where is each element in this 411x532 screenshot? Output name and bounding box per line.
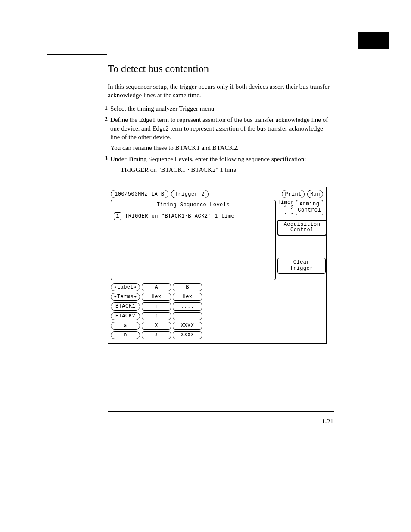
step-text: Define the Edge1 term to represent asser…: [110, 115, 334, 142]
tsl-step-number[interactable]: 1: [114, 212, 121, 220]
term-name[interactable]: BTACK1: [111, 302, 140, 310]
term-val-b[interactable]: XXXX: [173, 331, 202, 339]
step-note: You can rename these to BTACK1 and BTACK…: [110, 143, 334, 152]
run-button[interactable]: Run: [307, 190, 323, 198]
rule-long: [108, 54, 334, 54]
page-tab: [358, 32, 389, 49]
col-a-header[interactable]: A: [142, 283, 171, 291]
term-val-a[interactable]: X: [142, 331, 171, 339]
print-button[interactable]: Print: [282, 190, 305, 198]
tsl-title: Timing Sequence Levels: [114, 202, 273, 208]
machine-button[interactable]: 100/500MHz LA B: [111, 190, 168, 198]
term-val-a[interactable]: ↑: [142, 312, 171, 320]
step-number: 3: [99, 155, 110, 163]
logic-analyzer-screenshot: 100/500MHz LA B Trigger 2 Print Run Timi…: [108, 187, 327, 344]
page-content: To detect bus contention In this sequenc…: [108, 60, 334, 344]
term-name[interactable]: a: [111, 322, 140, 330]
format-b[interactable]: Hex: [173, 293, 202, 301]
step-text: Under Timing Sequence Levels, enter the …: [110, 155, 334, 163]
trigger-menu-button[interactable]: Trigger 2: [171, 190, 209, 198]
footer-rule: [108, 411, 334, 412]
term-name[interactable]: b: [111, 331, 140, 339]
term-val-b[interactable]: XXXX: [173, 322, 202, 330]
col-b-header[interactable]: B: [173, 283, 202, 291]
step-1: 1 Select the timing analyzer Trigger men…: [99, 104, 334, 113]
terms-header[interactable]: ✦Terms✦: [111, 293, 140, 301]
label-header[interactable]: ✦Label✦: [111, 283, 140, 291]
clear-trigger-button[interactable]: Clear Trigger: [277, 258, 326, 274]
step-number: 2: [99, 115, 110, 152]
arming-control-button[interactable]: Arming Control: [296, 200, 323, 215]
acquisition-control-button[interactable]: Acquisition Control: [277, 220, 327, 236]
term-val-a[interactable]: ↑: [142, 302, 171, 310]
page-number: 1-21: [322, 418, 334, 425]
term-val-a[interactable]: X: [142, 322, 171, 330]
timing-sequence-levels-panel: Timing Sequence Levels 1 TRIGGER on "BTA…: [111, 200, 276, 280]
section-title: To detect bus contention: [108, 63, 334, 75]
tsl-step-text: TRIGGER on "BTACK1·BTACK2" 1 time: [125, 213, 273, 219]
step-2: 2 Define the Edge1 term to represent ass…: [99, 115, 334, 152]
format-a[interactable]: Hex: [142, 293, 171, 301]
timer-label: Timer 1 2 - -: [277, 200, 294, 217]
terms-table: ✦Label✦ A B ✦Terms✦ Hex Hex BTACK1 ↑ ...…: [108, 280, 326, 343]
trigger-spec: TRIGGER on "BTACK1 ⋅ BTACK2" 1 time: [121, 166, 334, 174]
step-3: 3 Under Timing Sequence Levels, enter th…: [99, 155, 334, 163]
step-text: Select the timing analyzer Trigger menu.: [110, 104, 334, 113]
rule-short: [47, 54, 107, 55]
intro-paragraph: In this sequencer setup, the trigger occ…: [108, 82, 334, 100]
term-name[interactable]: BTACK2: [111, 312, 140, 320]
term-val-b[interactable]: ....: [173, 302, 202, 310]
step-number: 1: [99, 104, 110, 113]
term-val-b[interactable]: ....: [173, 312, 202, 320]
